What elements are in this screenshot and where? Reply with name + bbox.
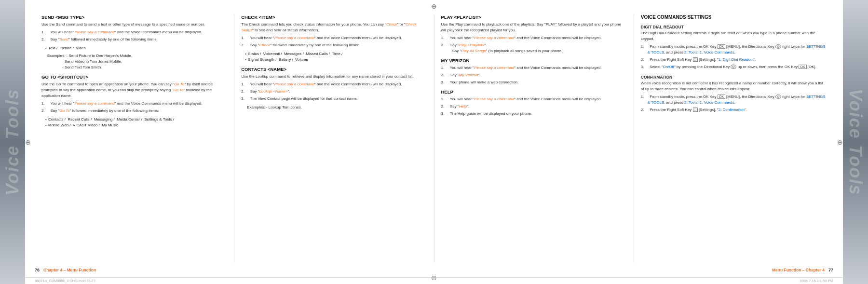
list-item: 1. You will hear "Please say a command" … — [241, 81, 427, 87]
content-body: SEND <MSG TYPE> Use the Send command to … — [25, 0, 843, 277]
right-sidebar-label: Voice Tools — [845, 89, 866, 195]
go-to-list: 1. You will hear "Please say a command" … — [41, 101, 227, 114]
confirmation-body: When voice recognition is not confident … — [641, 81, 827, 92]
section-digit-dial: DIGIT DIAL READOUT The Digit Dial Readou… — [641, 25, 827, 70]
send-msg-title: SEND <MSG TYPE> — [41, 14, 227, 20]
column-4: VOICE COMMANDS SETTINGS DIGIT DIAL READO… — [634, 14, 833, 263]
list-item: 2. Say "My Verizon". — [441, 72, 627, 78]
check-item-bullets: Status / Voicemail / Messages / Missed C… — [245, 51, 427, 63]
page-container: Voice Tools ⊕ ⊕ ⊕ SEND <MSG TYPE> Use th… — [0, 0, 868, 284]
list-item: 1. You will hear "Please say a command" … — [441, 35, 627, 41]
contacts-name-body: Use the Lookup command to retrieve and d… — [241, 74, 427, 80]
go-to-title: GO TO <SHORTCUT> — [41, 74, 227, 80]
confirmation-title: CONFIRMATION — [641, 75, 827, 80]
list-item: 3. The Help guide will be displayed on y… — [441, 111, 627, 117]
send-msg-body: Use the Send command to send a text or o… — [41, 22, 227, 27]
section-my-verizon: MY VERIZON 1. You will hear "Please say … — [441, 58, 627, 85]
section-play-playlist: PLAY <PLAYLIST> Use the Play command to … — [441, 14, 627, 54]
crosshair-bottom-icon: ⊕ — [431, 274, 437, 282]
play-playlist-body: Use the Play command to playback one of … — [441, 22, 627, 33]
chapter-right: Menu Function – Chapter 4 — [772, 268, 825, 272]
list-item: 1. You will hear "Please say a command" … — [41, 101, 227, 107]
crosshair-left-icon: ⊕ — [25, 138, 31, 146]
go-to-bullets: Contacts / Recent Calls / Messaging / Me… — [45, 117, 227, 128]
file-info-right: 2008.7.16 4:1:50 PM — [800, 279, 833, 283]
crosshair-right-icon: ⊕ — [837, 138, 843, 146]
list-item: 2. Say "Send" followed immediately by on… — [41, 37, 227, 42]
list-item: 2. Press the Right Soft Key □ [Settings]… — [641, 57, 827, 63]
check-item-list: 1. You will hear "Please say a command" … — [241, 35, 427, 48]
page-num-left: 76 — [35, 268, 40, 272]
play-playlist-title: PLAY <PLAYLIST> — [441, 14, 627, 20]
bullet-item: Status / Voicemail / Messages / Missed C… — [245, 51, 427, 57]
section-help: HELP 1. You will hear "Please say a comm… — [441, 89, 627, 117]
main-content: ⊕ ⊕ ⊕ SEND <MSG TYPE> Use the Send comma… — [25, 0, 843, 284]
crosshair-top-icon: ⊕ — [431, 2, 437, 10]
check-item-body: The Check command lets you check status … — [241, 22, 427, 33]
list-item: 3. The View Contact page will be display… — [241, 96, 427, 102]
section-contacts-name: CONTACTS <NAME> Use the Lookup command t… — [241, 67, 427, 110]
footer-right: Menu Function – Chapter 4 77 — [772, 268, 833, 272]
play-playlist-list: 1. You will hear "Please say a command" … — [441, 35, 627, 54]
list-item: 2. Say "Play <Playlist>". Say "Play All … — [441, 42, 627, 54]
column-2: CHECK <ITEM> The Check command lets you … — [234, 14, 434, 263]
left-sidebar: Voice Tools — [0, 0, 25, 284]
list-item: 1. You will hear "Please say a command" … — [241, 35, 427, 41]
section-check-item: CHECK <ITEM> The Check command lets you … — [241, 14, 427, 63]
chapter-left: Chapter 4 – Menu Function — [43, 268, 96, 272]
list-item: 1. You will hear "Please say a command" … — [41, 29, 227, 35]
help-title: HELP — [441, 89, 627, 95]
send-msg-bullets: Text / Picture / Video — [45, 45, 227, 51]
left-sidebar-label: Voice Tools — [2, 89, 23, 195]
list-item: 2. Press the Right Soft Key □ [Settings]… — [641, 107, 827, 113]
list-item: 2. Say "Go To" followed immediately by o… — [41, 108, 227, 114]
list-item: 1. From standby mode, press the OK Key O… — [641, 44, 827, 55]
right-sidebar: Voice Tools — [843, 0, 868, 284]
check-item-title: CHECK <ITEM> — [241, 14, 427, 20]
list-item: 1. You will hear "Please say a command" … — [441, 96, 627, 102]
list-item: 3. Select "On/Off" by pressing the Direc… — [641, 64, 827, 70]
bullet-item: Mobile Web / V CAST Video / My Music — [45, 122, 227, 128]
contacts-examples: Examples: - Lookup Tom Jones. — [247, 105, 427, 110]
page-num-right: 77 — [828, 268, 833, 272]
send-msg-list: 1. You will hear "Please say a command" … — [41, 29, 227, 42]
my-verizon-title: MY VERIZON — [441, 58, 627, 63]
voice-commands-settings-title: VOICE COMMANDS SETTINGS — [641, 14, 827, 20]
help-list: 1. You will hear "Please say a command" … — [441, 96, 627, 117]
section-confirmation: CONFIRMATION When voice recognition is n… — [641, 75, 827, 113]
bullet-item: Signal Strength / Battery / Volume — [245, 57, 427, 63]
list-item: 2. Say "Lookup <Name>". — [241, 89, 427, 95]
list-item: 2. Say "Check" followed immediately by o… — [241, 42, 427, 48]
list-item: 2. Say "Help". — [441, 104, 627, 109]
section-send-msg: SEND <MSG TYPE> Use the Send command to … — [41, 14, 227, 70]
list-item: 1. From standby mode, press the OK Key O… — [641, 94, 827, 106]
go-to-body: Use the Go To command to open an applica… — [41, 81, 227, 99]
my-verizon-list: 1. You will hear "Please say a command" … — [441, 65, 627, 85]
list-item: 3. Your phone will make a web connection… — [441, 80, 627, 85]
contacts-name-list: 1. You will hear "Please say a command" … — [241, 81, 427, 102]
send-examples: Examples: - Send Picture to Dee Harper's… — [47, 53, 227, 70]
section-go-to: GO TO <SHORTCUT> Use the Go To command t… — [41, 74, 227, 128]
bullet-item: Text / Picture / Video — [45, 45, 227, 51]
file-info-left: 080716_CDM8950_ECHO.indd 76-77 — [35, 279, 95, 283]
list-item: 1. You will hear "Please say a command" … — [441, 65, 627, 71]
column-1: SEND <MSG TYPE> Use the Send command to … — [35, 14, 234, 263]
contacts-name-title: CONTACTS <NAME> — [241, 67, 427, 72]
digit-dial-body: The Digit Dial Readout setting controls … — [641, 30, 827, 42]
column-3: PLAY <PLAYLIST> Use the Play command to … — [434, 14, 634, 263]
bullet-item: Contacts / Recent Calls / Messaging / Me… — [45, 117, 227, 122]
digit-dial-list: 1. From standby mode, press the OK Key O… — [641, 44, 827, 70]
footer-left: 76 Chapter 4 – Menu Function — [35, 268, 96, 272]
confirmation-list: 1. From standby mode, press the OK Key O… — [641, 94, 827, 113]
digit-dial-title: DIGIT DIAL READOUT — [641, 25, 827, 29]
